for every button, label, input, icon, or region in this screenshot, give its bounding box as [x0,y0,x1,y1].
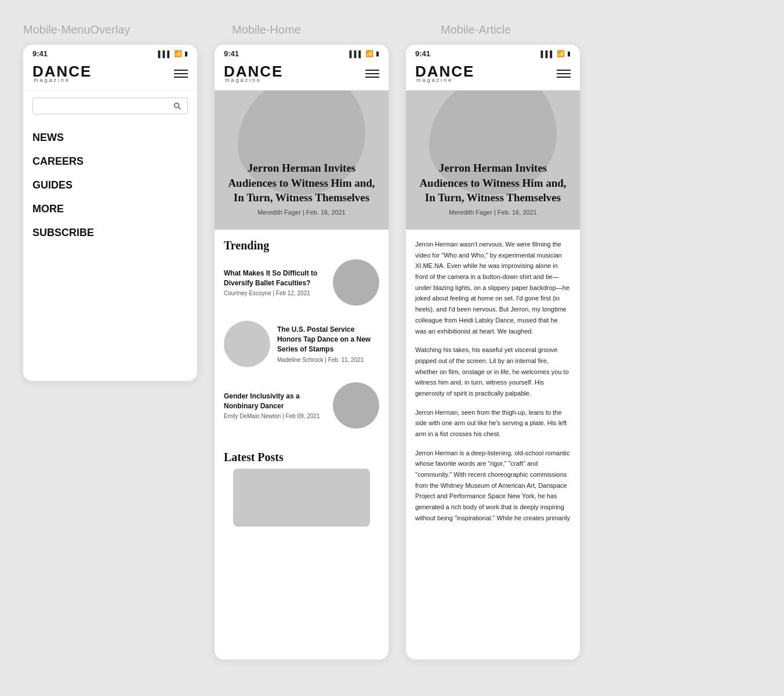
hero-text-home: Jerron Herman Invites Audiences to Witne… [226,161,377,216]
hamburger-line-2 [174,73,188,74]
menu-item-news[interactable]: NEWS [32,126,188,150]
article-paragraph-2: Watching his takes, his easeful yet visc… [415,345,571,398]
signal-icon: ▌▌▌ [541,50,554,57]
trending-section: Trending What Makes It So Difficult to D… [215,230,389,434]
menu-item-guides[interactable]: GUIDES [32,173,188,197]
hero-title-home: Jerron Herman Invites Audiences to Witne… [226,161,377,205]
battery-icon: ▮ [184,50,188,57]
latest-posts-section: Latest Posts [215,444,389,527]
svg-point-0 [175,103,179,107]
trending-item-title-1: What Makes It So Difficult to Diversify … [224,269,326,288]
article-paragraph-1: Jerron Herman wasn't nervous. We were fi… [415,239,571,336]
home-frame: 9:41 ▌▌▌ 📶 ▮ DANCE magazine [215,45,389,659]
frame-label-article: Mobile-Article [441,23,615,37]
trending-item-byline-2: Madeline Schrock | Feb. 11, 2021 [277,357,379,363]
frame-label-menu: Mobile-MenuOverlay [23,23,197,37]
nav-header-home: DANCE magazine [215,60,389,90]
trending-item-2[interactable]: The U.S. Postal Service Honors Tap Dance… [224,321,379,373]
hamburger-line-1 [365,70,379,71]
hero-byline-article: Meredith Fager | Feb. 16, 2021 [418,209,568,216]
trending-text-1: What Makes It So Difficult to Diversify … [224,269,326,297]
logo-home: DANCE magazine [224,64,283,83]
menu-item-more[interactable]: MORE [32,197,188,221]
trending-text-3: Gender Inclusivity as a Nonbinary Dancer… [224,392,326,420]
frame-label-home: Mobile-Home [232,23,406,37]
hamburger-button-home[interactable] [365,70,379,78]
status-time-home: 9:41 [224,49,239,58]
hamburger-line-1 [174,70,188,71]
hero-title-article: Jerron Herman Invites Audiences to Witne… [418,161,568,205]
latest-thumb [233,469,370,527]
wifi-icon: 📶 [557,50,565,57]
wifi-icon: 📶 [174,50,182,57]
trending-item-1[interactable]: What Makes It So Difficult to Diversify … [224,259,379,311]
nav-header-article: DANCE magazine [406,60,580,90]
menu-items-list: NEWS CAREERS GUIDES MORE SUBSCRIBE [23,121,197,256]
status-bar-article: 9:41 ▌▌▌ 📶 ▮ [406,45,580,60]
hamburger-button-article[interactable] [557,70,571,78]
menu-item-careers[interactable]: CAREERS [32,150,188,173]
logo-magazine-text: magazine [34,78,92,83]
article-paragraph-3: Jerron Herman, seen from the thigh-up, l… [415,407,571,440]
status-icons-article: ▌▌▌ 📶 ▮ [541,50,571,57]
signal-icon: ▌▌▌ [350,50,363,57]
article-paragraph-4: Jerron Herman is a deep-listening, old-s… [415,448,571,524]
hamburger-line-3 [557,77,571,78]
article-frame: 9:41 ▌▌▌ 📶 ▮ DANCE magazine [406,45,580,659]
hero-article: Jerron Herman Invites Audiences to Witne… [406,90,580,230]
signal-icon: ▌▌▌ [158,50,172,57]
hamburger-button[interactable] [174,70,188,78]
status-bar-home: 9:41 ▌▌▌ 📶 ▮ [215,45,389,60]
status-bar-menu: 9:41 ▌▌▌ 📶 ▮ [23,45,197,60]
search-icon [173,102,182,110]
hamburger-line-3 [365,77,379,78]
trending-item-title-2: The U.S. Postal Service Honors Tap Dance… [277,325,379,354]
wifi-icon: 📶 [365,50,373,57]
hamburger-line-1 [557,70,571,71]
battery-icon: ▮ [376,50,379,57]
trending-thumb-1 [333,259,379,306]
menu-overlay-frame: 9:41 ▌▌▌ 📶 ▮ DANCE magazine [23,45,197,381]
hamburger-line-3 [174,77,188,78]
trending-thumb-3 [333,382,379,429]
hero-text-article: Jerron Herman Invites Audiences to Witne… [418,161,568,216]
hero-byline-home: Meredith Fager | Feb. 16, 2021 [226,209,377,216]
hamburger-line-2 [365,73,379,74]
search-container [23,90,197,121]
trending-item-title-3: Gender Inclusivity as a Nonbinary Dancer [224,392,326,411]
logo-magazine-text-home: magazine [225,78,283,83]
trending-title: Trending [224,239,379,252]
trending-item-byline-3: Emily DeMaio Newton | Feb 09, 2021 [224,413,326,419]
hamburger-line-2 [557,73,571,74]
status-icons-menu: ▌▌▌ 📶 ▮ [158,50,188,57]
trending-text-2: The U.S. Postal Service Honors Tap Dance… [277,325,379,362]
nav-header-menu: DANCE magazine [23,60,197,90]
trending-item-3[interactable]: Gender Inclusivity as a Nonbinary Dancer… [224,382,379,434]
logo-article: DANCE magazine [415,64,474,83]
logo-magazine-text-article: magazine [416,78,474,83]
status-time-article: 9:41 [415,49,430,58]
battery-icon: ▮ [567,50,571,57]
trending-thumb-2 [224,321,270,367]
hero-home: Jerron Herman Invites Audiences to Witne… [215,90,389,230]
svg-line-1 [179,107,181,109]
status-time-menu: 9:41 [32,49,48,58]
menu-item-subscribe[interactable]: SUBSCRIBE [32,221,188,245]
status-icons-home: ▌▌▌ 📶 ▮ [350,50,379,57]
latest-posts-title: Latest Posts [215,444,389,469]
search-bar[interactable] [32,97,188,114]
trending-item-byline-1: Courtney Escoyne | Feb 12, 2021 [224,290,326,296]
article-body: Jerron Herman wasn't nervous. We were fi… [406,230,580,541]
logo-menu: DANCE magazine [32,64,92,83]
search-input[interactable] [39,102,173,110]
